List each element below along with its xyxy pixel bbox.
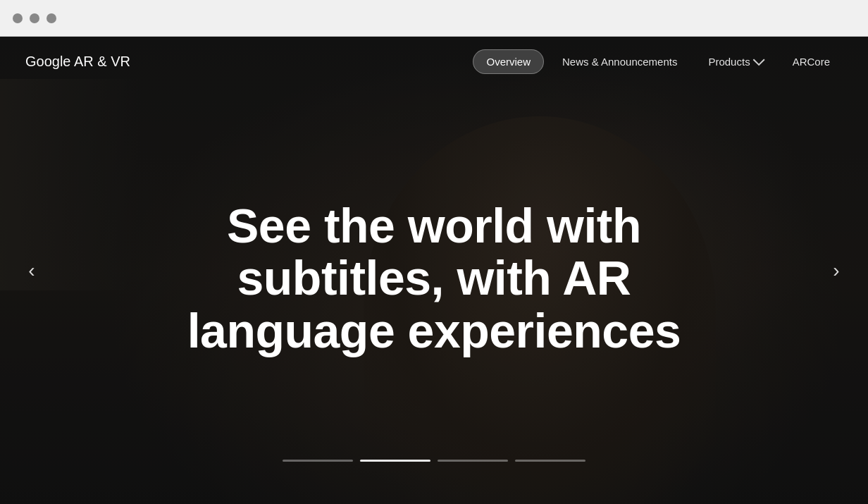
site-logo[interactable]: Google AR & VR [25,54,130,70]
browser-chrome [0,0,868,37]
nav-links: Overview News & Announcements Products A… [473,49,843,74]
carousel-next-button[interactable]: › [819,253,854,288]
carousel-indicator-1[interactable] [283,460,353,462]
nav-link-arcore[interactable]: ARCore [780,50,843,73]
main-nav: Google AR & VR Overview News & Announcem… [0,37,868,86]
browser-dot-green [46,13,56,23]
browser-dot-red [13,13,23,23]
nav-link-overview[interactable]: Overview [473,49,544,74]
hero-title: See the world with subtitles, with AR la… [152,199,716,357]
browser-dot-yellow [30,13,39,23]
hero-content: See the world with subtitles, with AR la… [152,199,716,357]
carousel-prev-button[interactable]: ‹ [14,253,49,288]
logo-text: Google AR & VR [25,54,130,70]
carousel-indicator-4[interactable] [515,460,585,462]
carousel-indicator-2[interactable] [360,460,430,462]
website-area: Google AR & VR Overview News & Announcem… [0,37,868,504]
chevron-down-icon [752,54,764,66]
nav-link-products[interactable]: Products [695,50,774,73]
carousel-indicators [283,460,585,462]
nav-link-news[interactable]: News & Announcements [550,50,690,73]
carousel-indicator-3[interactable] [438,460,508,462]
